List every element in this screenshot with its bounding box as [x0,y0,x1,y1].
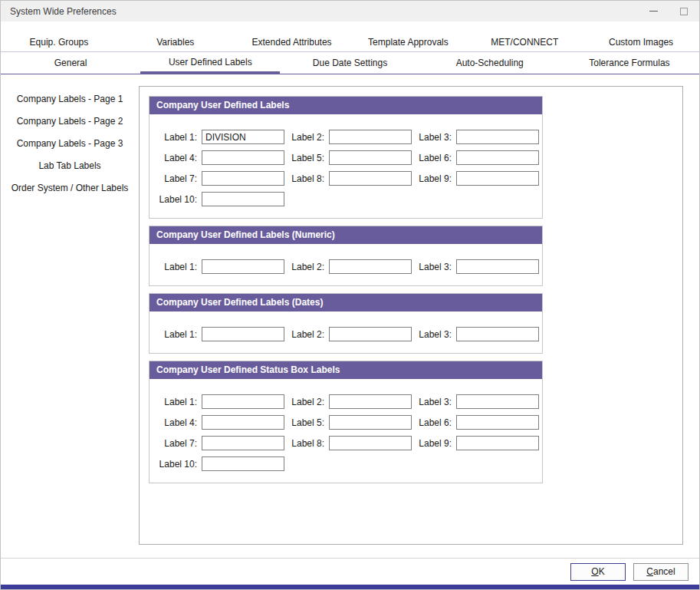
field-label: Label 5: [286,417,324,428]
sidebar-item-company-labels-page-3[interactable]: Company Labels - Page 3 [1,132,139,154]
tab-equip-groups[interactable]: Equip. Groups [1,32,117,51]
label-8-field: Label 8: [286,436,413,450]
field-grid: Label 1: Label 2: Label 3: Label 4: Labe… [150,114,542,218]
status-label-1-input[interactable] [202,394,284,409]
numeric-label-3-input[interactable] [456,259,539,274]
sidebar: Company Labels - Page 1 Company Labels -… [1,86,139,545]
label-6-field: Label 6: [413,150,541,165]
company-label-10-input[interactable] [202,192,284,206]
label-4-field: Label 4: [159,150,286,165]
status-label-6-input[interactable] [456,415,539,430]
field-label: Label 2: [286,397,324,407]
field-label: Label 4: [159,153,197,163]
label-1-field: Label 1: [159,259,286,274]
sidebar-item-company-labels-page-2[interactable]: Company Labels - Page 2 [1,110,139,132]
field-label: Label 1: [159,397,197,407]
label-7-field: Label 7: [159,436,286,450]
label-1-field: Label 1: [159,394,286,409]
field-label: Label 4: [159,417,197,428]
ok-button[interactable]: OK [570,563,626,581]
tab-template-approvals[interactable]: Template Approvals [350,32,466,51]
label-3-field: Label 3: [413,259,541,274]
label-1-field: Label 1: [159,130,286,144]
section-company-udl: Company User Defined Labels Label 1: Lab… [149,96,543,219]
sidebar-item-lab-tab-labels[interactable]: Lab Tab Labels [1,154,139,176]
label-8-field: Label 8: [286,171,413,186]
field-label: Label 3: [413,262,452,272]
field-label: Label 10: [159,459,197,470]
sidebar-item-order-system-other-labels[interactable]: Order System / Other Labels [1,176,139,199]
field-label: Label 2: [286,329,324,340]
tab-user-defined-labels[interactable]: User Defined Labels [140,52,280,74]
status-label-8-input[interactable] [329,436,412,450]
section-header: Company User Defined Labels (Dates) [150,294,542,311]
maximize-button[interactable] [669,1,699,21]
cancel-button[interactable]: Cancel [633,563,688,581]
sidebar-item-company-labels-page-1[interactable]: Company Labels - Page 1 [1,87,139,110]
status-label-7-input[interactable] [202,436,284,450]
section-status-box-labels: Company User Defined Status Box Labels L… [149,361,543,483]
tab-auto-scheduling[interactable]: Auto-Scheduling [420,52,560,74]
field-grid: Label 1: Label 2: Label 3: [150,311,542,353]
status-label-10-input[interactable] [202,457,284,471]
field-label: Label 10: [159,194,197,205]
field-label: Label 5: [286,153,324,163]
minimize-button[interactable] [638,1,669,21]
label-2-field: Label 2: [286,394,413,409]
tab-due-date-settings[interactable]: Due Date Settings [280,52,419,74]
ok-rest: K [599,566,605,577]
numeric-label-1-input[interactable] [202,259,284,274]
field-grid: Label 1: Label 2: Label 3: Label 4: Labe… [150,379,542,483]
field-label: Label 3: [413,397,452,407]
tab-met-connect[interactable]: MET/CONNECT [466,32,583,51]
label-4-field: Label 4: [159,415,286,430]
field-label: Label 7: [159,173,197,184]
numeric-label-2-input[interactable] [329,259,412,274]
field-label: Label 2: [286,262,324,272]
tab-custom-images[interactable]: Custom Images [583,32,699,51]
label-9-field: Label 9: [413,171,541,186]
company-label-8-input[interactable] [329,171,412,186]
tab-tolerance-formulas[interactable]: Tolerance Formulas [560,52,699,74]
company-label-1-input[interactable] [202,130,284,144]
field-label: Label 6: [413,153,452,163]
tab-variables[interactable]: Variables [117,32,234,51]
company-label-9-input[interactable] [456,171,539,186]
label-7-field: Label 7: [159,171,286,186]
field-label: Label 9: [413,438,452,449]
status-label-3-input[interactable] [456,394,539,409]
status-label-4-input[interactable] [202,415,284,430]
section-header: Company User Defined Status Box Labels [150,361,542,379]
minimize-icon [649,11,658,12]
company-label-4-input[interactable] [202,150,284,165]
company-label-5-input[interactable] [329,150,412,165]
tab-general[interactable]: General [1,52,140,74]
cancel-rest: ancel [653,566,675,577]
company-label-7-input[interactable] [202,171,284,186]
status-label-9-input[interactable] [456,436,539,450]
field-label: Label 1: [159,262,197,272]
field-label: Label 9: [413,173,452,184]
field-label: Label 1: [159,132,197,143]
label-6-field: Label 6: [413,415,541,430]
company-label-3-input[interactable] [456,130,539,144]
company-label-6-input[interactable] [456,150,539,165]
tab-row-2: General User Defined Labels Due Date Set… [1,52,699,74]
dates-label-2-input[interactable] [329,327,412,341]
main-panel: Company User Defined Labels Label 1: Lab… [139,86,683,545]
window-title: System Wide Preferences [1,6,638,17]
field-label: Label 8: [286,438,324,449]
label-5-field: Label 5: [286,415,413,430]
dates-label-3-input[interactable] [456,327,539,341]
status-label-2-input[interactable] [329,394,412,409]
label-3-field: Label 3: [413,394,541,409]
label-2-field: Label 2: [286,130,413,144]
field-label: Label 1: [159,329,197,340]
ok-accesskey: O [591,566,598,577]
field-label: Label 3: [413,329,452,340]
company-label-2-input[interactable] [329,130,412,144]
tab-extended-attributes[interactable]: Extended Attributes [234,32,350,51]
dates-label-1-input[interactable] [202,327,284,341]
field-label: Label 6: [413,417,452,428]
status-label-5-input[interactable] [329,415,412,430]
